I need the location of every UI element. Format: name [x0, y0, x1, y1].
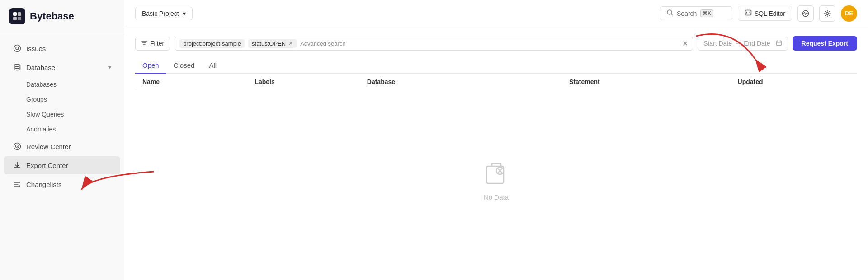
svg-rect-2 [13, 17, 17, 20]
no-data-icon [483, 161, 510, 188]
filter-tag-status-remove[interactable]: ✕ [288, 40, 293, 47]
sidebar-item-review-center-label: Review Center [26, 143, 71, 150]
filter-button[interactable]: Filter [135, 37, 170, 51]
sql-editor-button[interactable]: SQL Editor [738, 6, 792, 21]
logo-text: Bytebase [30, 10, 74, 22]
svg-point-9 [17, 146, 18, 147]
filter-tag-project: project:project-sample [179, 39, 245, 48]
issues-icon [13, 44, 22, 53]
column-database: Database [367, 78, 569, 85]
sidebar-item-export-center[interactable]: Export Center [4, 156, 120, 174]
column-name: Name [142, 78, 255, 85]
topbar-right: Search ⌘K SQL Editor [660, 5, 857, 22]
issues-table: Name Labels Database Statement Updated N… [135, 74, 857, 271]
sidebar-navigation: Issues Database ▾ Databases Groups Slow … [0, 33, 124, 200]
calendar-icon [776, 40, 782, 47]
avatar[interactable]: DE [841, 5, 857, 22]
sidebar-item-export-center-label: Export Center [26, 162, 68, 169]
sidebar-item-anomalies-label: Anomalies [26, 126, 56, 133]
advanced-search-placeholder: Advanced search [300, 40, 345, 47]
sidebar-item-anomalies[interactable]: Anomalies [4, 122, 120, 136]
sidebar-item-review-center[interactable]: Review Center [4, 137, 120, 155]
tab-closed[interactable]: Closed [166, 58, 202, 74]
project-selector-chevron: ▾ [183, 10, 186, 17]
filter-bar: Filter project:project-sample status:OPE… [135, 36, 857, 51]
no-data-label: No Data [484, 193, 509, 201]
activity-button[interactable] [797, 5, 814, 22]
logo-icon [9, 8, 25, 24]
table-body-empty: No Data [135, 90, 857, 271]
filter-icon [141, 40, 147, 47]
changelists-icon [13, 180, 22, 189]
filter-tag-status: status:OPEN ✕ [248, 39, 297, 48]
logo: Bytebase [0, 0, 124, 33]
svg-rect-1 [18, 12, 21, 16]
page-content: Filter project:project-sample status:OPE… [124, 27, 868, 280]
sidebar-item-slow-queries-label: Slow Queries [26, 111, 64, 118]
sidebar-item-slow-queries[interactable]: Slow Queries [4, 107, 120, 121]
export-center-icon [13, 161, 22, 170]
clear-filters-button[interactable]: ✕ [682, 39, 688, 48]
search-shortcut: ⌘K [700, 9, 713, 17]
search-label: Search [677, 10, 697, 17]
filter-label: Filter [150, 40, 164, 47]
status-tabs: Open Closed All [135, 58, 857, 74]
sidebar-item-groups-label: Groups [26, 96, 47, 103]
sidebar-item-databases[interactable]: Databases [4, 77, 120, 92]
svg-rect-3 [18, 17, 21, 20]
filter-tags-bar[interactable]: project:project-sample status:OPEN ✕ Adv… [175, 37, 693, 51]
column-statement: Statement [569, 78, 738, 85]
date-range-picker[interactable]: Start Date → End Date [698, 37, 788, 51]
filter-tag-project-value: project:project-sample [183, 40, 241, 47]
sidebar-item-changelists-label: Changelists [26, 181, 61, 188]
database-chevron-icon: ▾ [108, 64, 111, 70]
sql-editor-label: SQL Editor [755, 10, 785, 17]
settings-button[interactable] [819, 5, 835, 22]
start-date-label: Start Date [703, 40, 732, 47]
search-bar[interactable]: Search ⌘K [660, 6, 732, 20]
tab-open[interactable]: Open [135, 58, 166, 74]
topbar: Basic Project ▾ Search ⌘K [124, 0, 868, 27]
column-updated: Updated [738, 78, 850, 85]
svg-point-5 [16, 47, 19, 50]
sidebar-item-database-label: Database [26, 64, 55, 71]
sidebar: Bytebase Issues Database ▾ [0, 0, 124, 280]
table-header: Name Labels Database Statement Updated [135, 74, 857, 90]
sql-editor-icon [745, 9, 752, 18]
svg-rect-14 [776, 41, 781, 45]
sidebar-item-issues-label: Issues [26, 45, 46, 52]
main-content: Basic Project ▾ Search ⌘K [124, 0, 868, 280]
filter-tag-status-value: status:OPEN [252, 40, 286, 47]
svg-point-6 [14, 65, 20, 67]
review-center-icon [13, 142, 22, 151]
column-labels: Labels [255, 78, 367, 85]
tab-all[interactable]: All [202, 58, 224, 74]
search-icon [667, 9, 673, 17]
svg-point-13 [826, 12, 829, 14]
svg-point-4 [14, 45, 21, 52]
topbar-left: Basic Project ▾ [135, 7, 193, 20]
sidebar-item-changelists[interactable]: Changelists [4, 175, 120, 193]
project-selector[interactable]: Basic Project ▾ [135, 7, 193, 20]
sidebar-item-databases-label: Databases [26, 81, 57, 88]
request-export-button[interactable]: Request Export [793, 36, 857, 51]
sidebar-item-issues[interactable]: Issues [4, 39, 120, 57]
svg-rect-0 [13, 12, 17, 16]
date-range-arrow: → [735, 40, 741, 47]
database-icon [13, 63, 22, 72]
project-selector-label: Basic Project [142, 10, 179, 17]
sidebar-item-database[interactable]: Database ▾ [4, 58, 120, 76]
end-date-label: End Date [744, 40, 770, 47]
sidebar-item-groups[interactable]: Groups [4, 92, 120, 107]
